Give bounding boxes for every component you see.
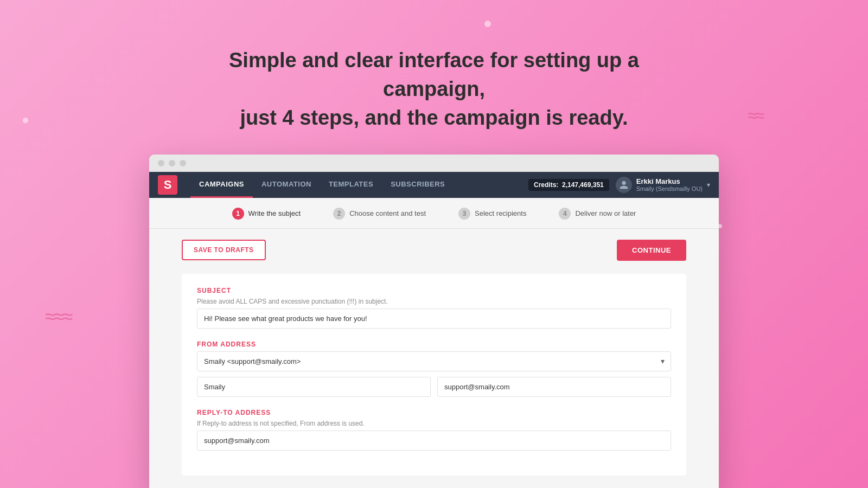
reply-to-input[interactable] (197, 431, 671, 451)
user-org: Smaily (Sendsmailly OU) (636, 185, 703, 192)
subject-label: SUBJECT (197, 287, 671, 294)
nav-right: Credits: 2,147,469,351 Erkki Markus Smai… (528, 177, 710, 193)
person-icon (619, 180, 629, 190)
main-content: SAVE TO DRAFTS CONTINUE SUBJECT Please a… (149, 229, 719, 488)
user-info[interactable]: Erkki Markus Smaily (Sendsmailly OU) ▾ (616, 177, 710, 193)
nav-subscribers[interactable]: SUBSCRIBERS (382, 172, 454, 198)
browser-dot-2 (169, 160, 175, 166)
step-3-label: Select recipients (475, 209, 526, 217)
from-address-field-group: FROM ADDRESS Smaily <support@smaily.com>… (197, 341, 671, 397)
save-to-drafts-button[interactable]: SAVE TO DRAFTS (182, 240, 266, 260)
nav-campaigns[interactable]: CAMPAIGNS (190, 172, 253, 198)
app-navbar: S CAMPAIGNS AUTOMATION TEMPLATES SUBSCRI… (149, 172, 719, 198)
app-logo: S (158, 175, 177, 195)
nav-automation[interactable]: AUTOMATION (253, 172, 320, 198)
credits-label: Credits: (534, 181, 558, 189)
heading-line1: Simple and clear interface for setting u… (229, 49, 639, 100)
step-4-num: 4 (559, 208, 571, 220)
step-1-num: 1 (232, 208, 244, 220)
step-1: 1 Write the subject (232, 208, 301, 220)
step-2: 2 Choose content and test (333, 208, 426, 220)
reply-to-label: REPLY-TO ADDRESS (197, 409, 671, 416)
credits-badge: Credits: 2,147,469,351 (528, 179, 609, 191)
reply-to-hint: If Reply-to address is not specified, Fr… (197, 420, 671, 427)
continue-button[interactable]: CONTINUE (617, 240, 686, 261)
subject-hint: Please avoid ALL CAPS and excessive punc… (197, 298, 671, 305)
from-email-input[interactable] (437, 377, 671, 397)
heading-line2: just 4 steps, and the campaign is ready. (240, 106, 628, 129)
from-address-two-col (197, 377, 671, 397)
user-avatar (616, 177, 632, 193)
background-dot-2 (23, 118, 28, 123)
step-1-label: Write the subject (248, 209, 301, 217)
browser-chrome (149, 155, 719, 172)
reply-to-field-group: REPLY-TO ADDRESS If Reply-to address is … (197, 409, 671, 451)
page-heading: Simple and clear interface for setting u… (0, 0, 868, 155)
squiggle-decoration-top-right: ≈≈ (748, 106, 762, 126)
from-name-input[interactable] (197, 377, 431, 397)
chevron-down-icon: ▾ (707, 181, 710, 189)
user-name-block: Erkki Markus Smaily (Sendsmailly OU) (636, 177, 703, 192)
from-address-select-wrapper: Smaily <support@smaily.com> ▾ (197, 351, 671, 371)
background-dot-1 (484, 21, 491, 27)
steps-bar: 1 Write the subject 2 Choose content and… (149, 198, 719, 229)
step-2-label: Choose content and test (349, 209, 426, 217)
nav-links: CAMPAIGNS AUTOMATION TEMPLATES SUBSCRIBE… (190, 172, 528, 198)
nav-templates[interactable]: TEMPLATES (320, 172, 382, 198)
browser-dot-3 (180, 160, 186, 166)
from-address-select[interactable]: Smaily <support@smaily.com> (197, 351, 671, 371)
browser-window: S CAMPAIGNS AUTOMATION TEMPLATES SUBSCRI… (149, 155, 719, 488)
subject-input[interactable] (197, 309, 671, 329)
step-4: 4 Deliver now or later (559, 208, 636, 220)
step-2-num: 2 (333, 208, 345, 220)
browser-dot-1 (158, 160, 164, 166)
credits-value: 2,147,469,351 (562, 181, 604, 189)
from-address-label: FROM ADDRESS (197, 341, 671, 348)
action-row: SAVE TO DRAFTS CONTINUE (182, 240, 686, 261)
user-name: Erkki Markus (636, 177, 703, 185)
step-4-label: Deliver now or later (575, 209, 636, 217)
form-section: SUBJECT Please avoid ALL CAPS and excess… (182, 274, 686, 476)
step-3: 3 Select recipients (458, 208, 526, 220)
squiggle-decoration-bottom-left: ≈≈≈ (45, 305, 71, 328)
background-dot-3 (718, 224, 722, 228)
subject-field-group: SUBJECT Please avoid ALL CAPS and excess… (197, 287, 671, 329)
step-3-num: 3 (458, 208, 470, 220)
